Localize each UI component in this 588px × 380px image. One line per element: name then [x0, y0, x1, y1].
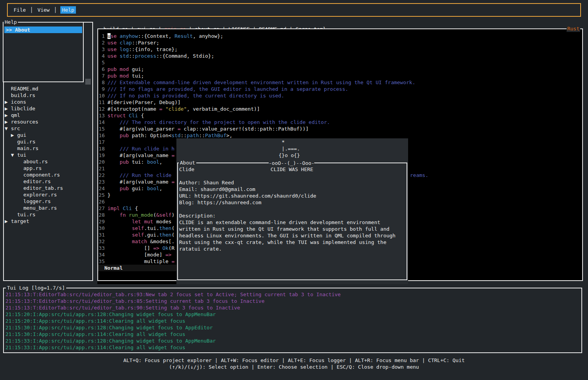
code-line[interactable]: 9/// If no flags are provided, the GUI e… — [98, 86, 348, 92]
tree-item-label: app.rs — [23, 165, 42, 171]
line-number: 10 — [98, 92, 105, 99]
code-line[interactable]: 32 match &modes[. — [98, 238, 174, 245]
log-line: 21:15:20:I:App:src/tui/app.rs:114:Cleari… — [5, 318, 185, 324]
code-line[interactable]: 6pub mod gui; — [98, 66, 144, 72]
tree-item-label: about.rs — [23, 159, 48, 164]
tree-item-tui[interactable]: ▼tui — [4, 152, 92, 158]
code-line[interactable]: 21 — [98, 165, 107, 172]
chevron-right-icon: ▶ — [5, 112, 11, 118]
tree-item-target[interactable]: ▶target — [4, 218, 92, 224]
tui-log-panel[interactable]: Tui Log [log=1.7/s] 21:15:13:T:EditorTab… — [3, 288, 582, 353]
code-line[interactable]: 7pub mod tui; — [98, 72, 144, 79]
code-line[interactable]: 23 #[arg(value_name = — [98, 179, 174, 185]
code-line[interactable]: 14 /// The root directory for the projec… — [98, 119, 330, 125]
line-number: 30 — [98, 225, 105, 232]
code-line[interactable]: 30 self.tui.then( — [98, 225, 174, 232]
code-line[interactable]: 19 #[arg(value_name = — [98, 152, 174, 159]
line-number: 23 — [98, 179, 105, 185]
tree-item-editor-rs[interactable]: editor.rs — [4, 178, 92, 185]
code-line[interactable]: 27impl Cli { — [98, 205, 138, 212]
tree-item-label: README.md — [11, 86, 38, 92]
dropdown-item-about[interactable]: >> About — [4, 27, 82, 33]
line-number: 19 — [98, 152, 105, 159]
code-line[interactable]: 11#[derive(Parser, Debug)] — [98, 99, 181, 106]
code-line[interactable]: 10/// If no path is provided, the curren… — [98, 92, 284, 99]
tree-item-build-rs[interactable]: build.rs — [4, 92, 92, 99]
code-line[interactable]: 17 — [98, 139, 107, 145]
tree-item-label: target — [11, 218, 29, 224]
code-line[interactable]: 8/// Extendable command-line driven deve… — [98, 79, 415, 86]
tree-item-label: menu_bar.rs — [23, 205, 57, 211]
tree-item-about-rs[interactable]: about.rs — [4, 158, 92, 165]
code-line[interactable]: 4use std::process::{Command, Stdio}; — [98, 53, 214, 59]
tree-item-tui-rs[interactable]: tui.rs — [4, 211, 92, 218]
tree-item-gui-rs[interactable]: gui.rs — [4, 138, 92, 145]
tree-item-qml[interactable]: ▶qml — [4, 112, 92, 118]
code-text: self.gui.then( — [107, 232, 174, 238]
code-line[interactable]: 24 pub gui: bool, — [98, 185, 162, 192]
code-line[interactable]: 29 let mut modes — [98, 218, 171, 225]
code-text: #[arg(value_name = — [107, 179, 174, 185]
code-line[interactable]: 35 multiple = — [98, 258, 174, 265]
tree-item-src[interactable]: ▼src — [4, 125, 92, 132]
tree-item-component-rs[interactable]: component.rs — [4, 171, 92, 178]
tree-item-app-rs[interactable]: app.rs — [4, 165, 92, 171]
code-line[interactable]: 31 self.gui.then( — [98, 232, 174, 238]
chevron-right-icon: ▶ — [5, 105, 11, 112]
tree-item-icons[interactable]: ▶icons — [4, 99, 92, 105]
code-line[interactable]: 34 [mode] => — [98, 251, 171, 258]
log-line: 21:15:33:I:App:src/tui/app.rs:128:Changi… — [5, 338, 216, 344]
code-line[interactable]: 18 /// Run clide in h — [98, 145, 174, 152]
code-line[interactable]: 33 [] => Ok(R — [98, 245, 174, 251]
log-line: 21:15:13:T:EditorTab:src/tui/editor_tab.… — [5, 304, 240, 311]
shortcut-help-line-2: (↑/k)/(↓/j): Select option | Enter: Choo… — [0, 364, 588, 370]
chevron-right-icon: ▶ — [11, 132, 17, 138]
code-text: impl Cli { — [107, 205, 138, 211]
line-number: 1 — [98, 33, 105, 39]
code-text: pub gui: bool, — [107, 186, 162, 191]
code-line[interactable]: 2use clap::Parser; — [98, 39, 159, 46]
tree-item-menu-bar-rs[interactable]: menu_bar.rs — [4, 205, 92, 211]
tree-item-label: logger.rs — [23, 198, 51, 204]
line-number: 21 — [98, 165, 105, 172]
tree-item-main-rs[interactable]: main.rs — [4, 145, 92, 152]
line-number: 15 — [98, 125, 105, 132]
menu-help[interactable]: Help — [60, 6, 76, 14]
tree-item-resources[interactable]: ▶resources — [4, 118, 92, 125]
code-line[interactable]: 28 fn run_mode(&self) — [98, 212, 174, 218]
line-number: 7 — [98, 72, 105, 79]
tree-item-gui[interactable]: ▶gui — [4, 132, 92, 138]
code-line[interactable]: 20 pub tui: bool, — [98, 159, 162, 165]
tree-item-label: icons — [11, 99, 26, 105]
explorer-scrollbar-thumb[interactable] — [85, 79, 91, 85]
line-number: 22 — [98, 172, 105, 179]
code-line[interactable]: 13struct Cli { — [98, 112, 144, 119]
code-line[interactable]: 15 #[arg(value_parser = clap::value_pars… — [98, 125, 309, 132]
menu-file[interactable]: File — [13, 6, 26, 14]
menu-bar: File │ View │ Help — [7, 3, 581, 17]
menu-view[interactable]: View — [37, 6, 50, 14]
tree-item-logger-rs[interactable]: logger.rs — [4, 198, 92, 205]
tree-item-libclide[interactable]: ▶libclide — [4, 105, 92, 112]
shortcut-help-line-1: ALT+Q: Focus project explorer | ALT+W: F… — [0, 357, 588, 364]
code-line[interactable]: 16 pub path: Option<std::path::PathBuf>, — [98, 132, 232, 139]
code-text: [mode] => — [107, 252, 171, 258]
code-line[interactable]: 25} — [98, 192, 111, 198]
log-line: 21:15:33:I:App:src/tui/app.rs:114:Cleari… — [5, 344, 185, 351]
code-line[interactable]: 12#[structopt(name = "clide", verbatim_d… — [98, 106, 260, 112]
code-text: /// If no path is provided, the current … — [107, 93, 284, 99]
code-text: use clap::Parser; — [107, 40, 159, 46]
language-badge: Rust — [567, 25, 580, 32]
line-number: 25 — [98, 192, 105, 198]
code-line[interactable]: 3use log::{info, trace}; — [98, 46, 178, 53]
code-text: /// Run the clide — [107, 172, 174, 178]
code-line[interactable]: 5 — [98, 59, 107, 66]
tree-item-editor-tab-rs[interactable]: editor_tab.rs — [4, 185, 92, 191]
code-line[interactable]: 22 /// Run the clide — [98, 172, 174, 179]
line-number: 12 — [98, 106, 105, 112]
code-line[interactable]: 1use anyhow::{Context, Result, anyhow}; — [98, 33, 223, 39]
tree-item-readme-md[interactable]: README.md — [4, 85, 92, 92]
code-line[interactable]: 26 — [98, 198, 107, 205]
tree-item-explorer-rs[interactable]: explorer.rs — [4, 191, 92, 198]
ascii-art-kilroy: * |.===. {}o o{} — [269, 139, 300, 159]
